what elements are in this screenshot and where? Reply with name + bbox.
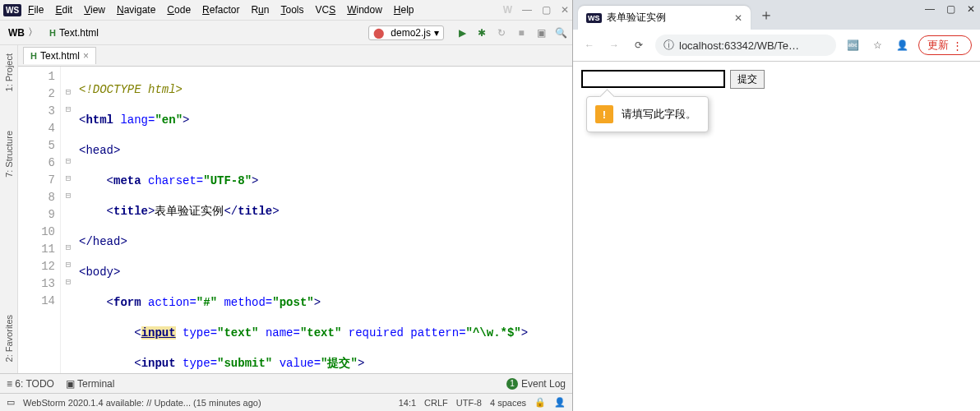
html-file-icon: H [49,28,56,38]
tool-terminal[interactable]: ▣ Terminal [66,378,114,390]
code-editor[interactable]: 1234567891011121314 ⊟⊟⊟⊟⊟⊟⊟⊟ <!DOCTYPE h… [18,67,572,373]
breadcrumb-project[interactable]: WB 〉 [5,24,41,41]
tab-label: Text.html [40,50,80,62]
browser-viewport: 提交 ! 请填写此字段。 [573,62,980,411]
browser-window: — ▢ ✕ WS 表单验证实例 ✕ ＋ ← → ⟳ ⓘ localhost:63… [573,0,980,411]
line-number-gutter: 1234567891011121314 [18,67,61,373]
address-bar[interactable]: ⓘ localhost:63342/WB/Te… [655,35,836,56]
browser-tabs: WS 表单验证实例 ✕ ＋ [573,0,980,30]
status-notification[interactable]: WebStorm 2020.1.4 available: // Update..… [23,398,391,408]
text-input[interactable] [581,70,725,88]
code-content: <!DOCTYPE html> <html lang="en"> <head> … [76,67,572,373]
status-icon: ▭ [7,397,15,408]
bug-dot-icon: ⬤ [373,27,384,39]
ws-logo: WS [3,4,21,16]
sidebar-favorites[interactable]: 2: Favorites [4,312,14,365]
reload-button[interactable]: ⟳ [631,37,647,53]
menu-edit[interactable]: Edit [50,2,77,17]
search-everywhere-icon[interactable]: 🔍 [554,26,567,39]
tool-event-log[interactable]: 1 Event Log [506,378,566,390]
ws-mark-icon: W [503,4,512,16]
browser-tab-title: 表单验证实例 [607,11,730,25]
coverage-button[interactable]: ↻ [495,26,508,39]
run-config-selector[interactable]: ⬤ demo2.js ▾ [368,25,444,40]
fold-gutter: ⊟⊟⊟⊟⊟⊟⊟⊟ [61,67,76,373]
forward-button[interactable]: → [606,37,622,53]
menu-help[interactable]: Help [389,2,419,17]
git-button[interactable]: ▣ [534,26,548,39]
bookmark-star-icon[interactable]: ☆ [869,37,885,53]
status-enc[interactable]: UTF-8 [456,398,482,408]
run-button[interactable]: ▶ [455,26,469,39]
site-info-icon[interactable]: ⓘ [663,38,674,53]
maximize-icon[interactable]: ▢ [946,3,955,15]
browser-tab[interactable]: WS 表单验证实例 ✕ [578,6,751,30]
address-text: localhost:63342/WB/Te… [679,39,828,52]
menu-refactor[interactable]: Refactor [197,2,244,17]
chevron-down-icon: ▾ [434,27,439,39]
close-icon[interactable]: ✕ [561,4,569,16]
debug-button[interactable]: ✱ [475,26,488,39]
html-file-icon: H [30,51,37,61]
editor-tab-text-html[interactable]: H Text.html × [23,47,96,64]
tooltip-text: 请填写此字段。 [622,107,696,122]
menu-tools[interactable]: Tools [275,2,308,17]
tool-todo[interactable]: ≡ 6: TODO [7,378,54,390]
menu-file[interactable]: File [23,2,49,17]
ide-window: WS File Edit View Navigate Code Refactor… [0,0,573,411]
breadcrumb-toolbar: WB 〉 HText.html ⬤ demo2.js ▾ ▶ ✱ ↻ ■ ▣ 🔍 [0,21,572,45]
menu-view[interactable]: View [79,2,110,17]
minimize-icon[interactable]: — [522,4,532,16]
close-tab-icon[interactable]: ✕ [734,12,742,24]
favicon-icon: WS [586,13,602,23]
ide-window-controls: W — ▢ ✕ [503,4,569,16]
status-eol[interactable]: CRLF [424,398,448,408]
sidebar-project[interactable]: 1: Project [4,50,14,95]
inspector-icon[interactable]: 👤 [554,397,566,408]
profile-icon[interactable]: 👤 [894,37,910,53]
menu-window[interactable]: Window [342,2,387,17]
update-button[interactable]: 更新 ⋮ [918,35,972,55]
browser-window-controls: — ▢ ✕ [925,3,975,15]
maximize-icon[interactable]: ▢ [542,4,551,16]
sidebar-structure[interactable]: 7: Structure [4,127,14,181]
new-tab-button[interactable]: ＋ [759,5,774,30]
menu-code[interactable]: Code [162,2,196,17]
breadcrumb-file[interactable]: HText.html [46,25,102,40]
stop-button[interactable]: ■ [515,26,528,39]
translate-icon[interactable]: 🔤 [844,37,861,53]
menu-navigate[interactable]: Navigate [112,2,160,17]
demo-form: 提交 [581,70,972,89]
minimize-icon[interactable]: — [925,3,935,15]
editor-tab-bar: H Text.html × [18,45,572,67]
run-config-label: demo2.js [391,27,431,39]
back-button[interactable]: ← [581,37,598,53]
close-tab-icon[interactable]: × [83,50,89,62]
close-icon[interactable]: ✕ [967,3,975,15]
browser-toolbar: ← → ⟳ ⓘ localhost:63342/WB/Te… 🔤 ☆ 👤 更新 … [573,30,980,61]
status-bar: ▭ WebStorm 2020.1.4 available: // Update… [0,393,572,411]
status-indent[interactable]: 4 spaces [490,398,526,408]
event-badge-icon: 1 [506,378,518,390]
kebab-icon: ⋮ [952,39,963,52]
update-label: 更新 [927,38,949,53]
menu-vcs[interactable]: VCS [310,2,340,17]
bottom-tools: ≡ 6: TODO ▣ Terminal 1 Event Log [0,373,572,393]
status-pos: 14:1 [399,398,416,408]
warning-icon: ! [595,105,613,123]
validation-tooltip: ! 请填写此字段。 [586,96,709,132]
submit-button[interactable]: 提交 [730,70,765,89]
menu-bar: WS File Edit View Navigate Code Refactor… [0,0,572,21]
menu-run[interactable]: Run [246,2,274,17]
lock-icon[interactable]: 🔒 [534,397,546,408]
